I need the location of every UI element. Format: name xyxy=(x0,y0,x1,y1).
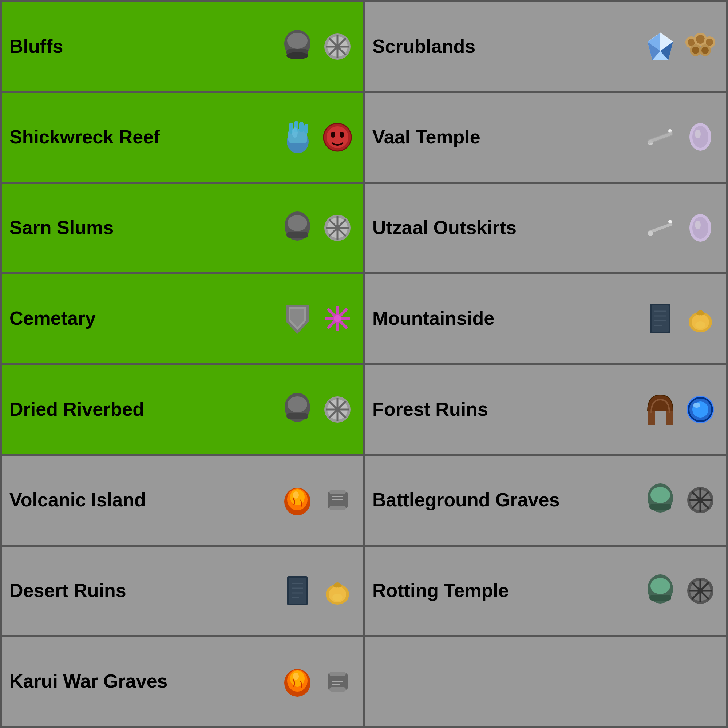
cell-volcanic-island[interactable]: Volcanic Island xyxy=(1,455,364,545)
icons-dried xyxy=(279,391,356,428)
icon-wand-vaal xyxy=(642,119,679,155)
svg-point-86 xyxy=(335,407,340,412)
svg-rect-139 xyxy=(329,687,346,691)
svg-point-46 xyxy=(695,130,701,138)
cell-name-bluffs: Bluffs xyxy=(9,36,275,58)
cell-sarn-slums[interactable]: Sarn Slums xyxy=(1,183,364,273)
cell-dried-riverbed[interactable]: Dried Riverbed xyxy=(1,364,364,455)
icon-helmet-rotting xyxy=(642,573,679,609)
icons-scrublands xyxy=(642,28,719,65)
icon-lava-karui xyxy=(279,663,316,700)
icons-vaal xyxy=(642,119,719,155)
svg-point-10 xyxy=(335,44,340,49)
cell-bluffs[interactable]: Bluffs xyxy=(1,1,364,92)
icon-wand-utzaal xyxy=(642,210,679,246)
icons-sarn xyxy=(279,210,356,246)
svg-point-48 xyxy=(288,215,307,231)
svg-point-38 xyxy=(340,132,344,138)
icon-arch-forest xyxy=(642,391,679,428)
icons-mountainside xyxy=(642,300,719,337)
cell-name-shickwreck: Shickwreck Reef xyxy=(9,126,275,148)
cell-vaal-temple[interactable]: Vaal Temple xyxy=(364,92,727,182)
cell-scrublands[interactable]: Scrublands xyxy=(364,1,727,92)
svg-rect-32 xyxy=(299,122,304,133)
svg-point-122 xyxy=(332,594,343,601)
cell-name-utzaal: Utzaal Outskirts xyxy=(372,217,638,239)
icon-gold-pouch-desert xyxy=(319,573,356,609)
icon-helmet-dried xyxy=(279,391,316,428)
svg-point-58 xyxy=(648,231,653,236)
svg-point-25 xyxy=(692,47,699,54)
icons-cemetary xyxy=(279,300,356,337)
icon-helmet-dark xyxy=(279,28,316,65)
svg-rect-115 xyxy=(289,578,306,604)
svg-point-56 xyxy=(335,225,340,231)
icon-notebook-desert xyxy=(279,573,316,609)
svg-rect-106 xyxy=(649,504,671,509)
icon-snowflake-bluffs xyxy=(319,28,356,65)
cell-utzaal-outskirts[interactable]: Utzaal Outskirts xyxy=(364,183,727,273)
icon-snowflake-sarn xyxy=(319,210,356,246)
icon-face-red xyxy=(319,119,356,155)
icons-karui xyxy=(279,663,356,700)
svg-point-124 xyxy=(650,578,670,594)
svg-point-34 xyxy=(292,127,298,138)
svg-rect-79 xyxy=(286,413,308,419)
svg-rect-125 xyxy=(649,595,671,601)
icons-shickwreck xyxy=(279,119,356,155)
icon-helmet-sarn xyxy=(279,210,316,246)
svg-point-97 xyxy=(293,491,299,499)
svg-rect-138 xyxy=(329,671,346,676)
icon-amulet-utzaal xyxy=(682,210,719,246)
icon-scroll-volcanic xyxy=(319,482,356,518)
cell-desert-ruins[interactable]: Desert Ruins xyxy=(1,546,364,636)
svg-point-132 xyxy=(697,588,703,594)
cell-name-volcanic: Volcanic Island xyxy=(9,489,275,511)
svg-point-21 xyxy=(696,35,705,44)
icon-brown-cluster xyxy=(682,28,719,65)
svg-point-27 xyxy=(701,47,709,54)
svg-rect-88 xyxy=(666,411,673,425)
cell-battleground-graves[interactable]: Battleground Graves xyxy=(364,455,727,545)
svg-rect-99 xyxy=(329,490,346,494)
icon-gem-blue xyxy=(642,28,679,65)
cell-name-mountainside: Mountainside xyxy=(372,307,638,329)
icons-volcanic xyxy=(279,482,356,518)
cell-forest-ruins[interactable]: Forest Ruins xyxy=(364,364,727,455)
map-grid: Bluffs xyxy=(0,0,728,728)
cell-name-scrublands: Scrublands xyxy=(372,36,638,58)
icons-bluffs xyxy=(279,28,356,65)
cell-name-sarn: Sarn Slums xyxy=(9,217,275,239)
svg-point-136 xyxy=(293,673,299,680)
cell-name-vaal: Vaal Temple xyxy=(372,126,638,148)
icons-battleground xyxy=(642,482,719,518)
svg-point-61 xyxy=(692,217,708,239)
svg-point-113 xyxy=(697,497,703,503)
cell-name-karui: Karui War Graves xyxy=(9,670,275,692)
icon-star-cemetary xyxy=(319,300,356,337)
svg-rect-49 xyxy=(286,232,308,238)
cell-name-battleground: Battleground Graves xyxy=(372,489,638,511)
svg-point-37 xyxy=(331,132,335,138)
cell-mountainside[interactable]: Mountainside xyxy=(364,273,727,364)
svg-point-1 xyxy=(287,33,307,49)
svg-point-59 xyxy=(668,220,672,223)
icon-gold-pouch-mountainside xyxy=(682,300,719,337)
svg-point-78 xyxy=(288,396,307,412)
icons-rotting xyxy=(642,573,719,609)
cell-name-rotting: Rotting Temple xyxy=(372,580,638,602)
icon-helmet-battleground xyxy=(642,482,679,518)
cell-cemetary[interactable]: Cemetary xyxy=(1,273,364,364)
svg-rect-69 xyxy=(652,305,669,332)
svg-point-105 xyxy=(650,487,670,503)
cell-rotting-temple[interactable]: Rotting Temple xyxy=(364,546,727,636)
cell-empty xyxy=(364,636,727,727)
svg-point-67 xyxy=(334,315,341,322)
cell-shickwreck-reef[interactable]: Shickwreck Reef xyxy=(1,92,364,182)
svg-point-92 xyxy=(693,402,700,408)
icon-hand-blue xyxy=(279,119,316,155)
icon-scroll-karui xyxy=(319,663,356,700)
icons-desert xyxy=(279,573,356,609)
cell-karui-war-graves[interactable]: Karui War Graves xyxy=(1,636,364,727)
svg-rect-43 xyxy=(647,131,674,145)
